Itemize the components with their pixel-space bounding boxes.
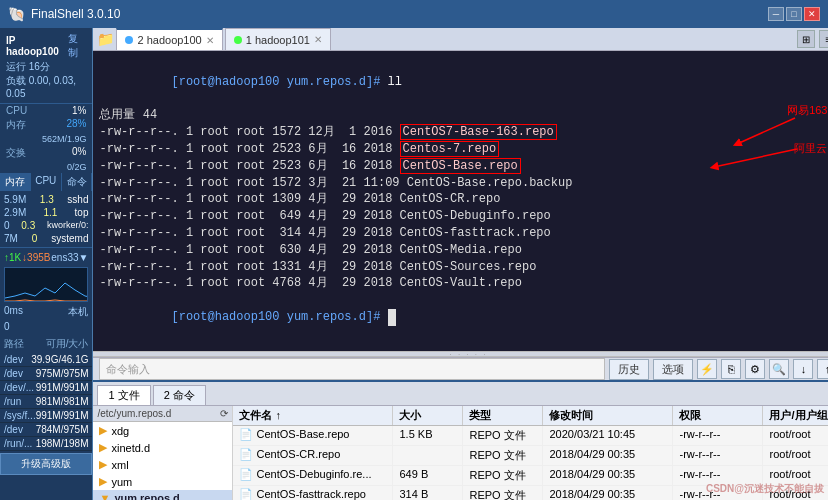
terminal-line-5: -rw-r--r--. 1 root root 1309 4月 29 2018 … xyxy=(99,191,828,208)
sidebar-ip: IP hadoop100 xyxy=(6,35,68,57)
file-tab-files[interactable]: 1 文件 xyxy=(97,385,150,405)
sidebar-runtime: 运行 16分 xyxy=(6,60,86,74)
file-icon: 📄 xyxy=(239,428,253,440)
tree-item-label: xdg xyxy=(111,425,129,437)
file-row[interactable]: 📄 CentOS-fasttrack.repo 314 B REPO 文件 20… xyxy=(233,486,828,500)
file-panel-body: /etc/yum.repos.d ⟳ ▶ xdg ▶ xinetd.d ▶ xm… xyxy=(93,406,828,500)
disk-list: /dev 39.9G/46.1G /dev 975M/975M /dev/...… xyxy=(0,353,92,451)
file-name: 📄 CentOS-Base.repo xyxy=(233,426,393,445)
proc-name: top xyxy=(75,207,89,218)
tree-item-yum-repos[interactable]: ▼ yum.repos.d xyxy=(93,490,232,500)
file-owner: root/root xyxy=(763,466,828,485)
tree-item-label: yum.repos.d xyxy=(114,492,179,500)
sidebar-connection-info: IP hadoop100 复制 运行 16分 负载 0.00, 0.03, 0.… xyxy=(0,28,92,104)
tree-item-yum[interactable]: ▶ yum xyxy=(93,473,232,490)
file-tab-cmd-label: 2 命令 xyxy=(164,389,195,401)
copy-icon[interactable]: ⎘ xyxy=(721,359,741,379)
tab-label2: 1 hadoop101 xyxy=(246,34,310,46)
col-header-perm[interactable]: 权限 xyxy=(673,406,763,425)
maximize-button[interactable]: □ xyxy=(786,7,802,21)
col-header-name[interactable]: 文件名 ↑ xyxy=(233,406,393,425)
lightning-icon[interactable]: ⚡ xyxy=(697,359,717,379)
process-item: 2.9M 1.1 top xyxy=(0,206,92,219)
file-icon: 📄 xyxy=(239,468,253,480)
app-title: FinalShell 3.0.10 xyxy=(31,7,120,21)
file-highlight-base: CentOS-Base.repo xyxy=(400,158,521,174)
tab-close-button[interactable]: ✕ xyxy=(206,35,214,46)
file-owner: root/root xyxy=(763,426,828,445)
terminal-area[interactable]: [root@hadoop100 yum.repos.d]# ll 总用量 44 … xyxy=(93,51,828,351)
terminal-final-prompt: [root@hadoop100 yum.repos.d]# xyxy=(99,292,828,342)
mem-percent: 28% xyxy=(66,118,86,132)
file-date: 2018/04/29 00:35 xyxy=(543,486,673,500)
tab-close-button2[interactable]: ✕ xyxy=(314,34,322,45)
sidebar-copy-button[interactable]: 复制 xyxy=(68,32,87,60)
terminal-line-6: -rw-r--r--. 1 root root 649 4月 29 2018 C… xyxy=(99,208,828,225)
command-input-area[interactable]: 命令输入 xyxy=(99,358,605,380)
tab-hadoop101[interactable]: 1 hadoop101 ✕ xyxy=(225,28,331,50)
upload-icon[interactable]: ↑ xyxy=(817,359,828,379)
folder-open-icon: ▼ xyxy=(99,492,110,500)
file-icon: 📄 xyxy=(239,448,253,460)
proc-mem: 5.9M xyxy=(4,194,26,205)
upgrade-button[interactable]: 升级高级版 xyxy=(0,453,92,475)
file-icon: 📄 xyxy=(239,488,253,500)
file-row[interactable]: 📄 CentOS-Base.repo 1.5 KB REPO 文件 2020/0… xyxy=(233,426,828,446)
file-path-bar: /etc/yum.repos.d ⟳ xyxy=(93,406,232,422)
tab-dot2 xyxy=(234,36,242,44)
file-date: 2018/04/29 00:35 xyxy=(543,466,673,485)
cpu-label: CPU xyxy=(6,105,27,116)
history-button[interactable]: 历史 xyxy=(609,359,649,380)
sidebar-tabs[interactable]: 内存 CPU 命令 xyxy=(0,173,92,191)
terminal-line-4: -rw-r--r--. 1 root root 1572 3月 21 11:09… xyxy=(99,175,828,192)
file-type: REPO 文件 xyxy=(463,446,543,465)
options-button[interactable]: 选项 xyxy=(653,359,693,380)
sidebar-tab-cpu[interactable]: CPU xyxy=(31,173,62,191)
tree-item-xdg[interactable]: ▶ xdg xyxy=(93,422,232,439)
refresh-icon[interactable]: ⟳ xyxy=(220,408,228,419)
file-row[interactable]: 📄 CentOS-CR.repo REPO 文件 2018/04/29 00:3… xyxy=(233,446,828,466)
file-row[interactable]: 📄 CentOS-Debuginfo.re... 649 B REPO 文件 2… xyxy=(233,466,828,486)
file-tab-label: 1 文件 xyxy=(108,389,139,401)
sidebar-tab-mem[interactable]: 内存 xyxy=(0,173,31,191)
file-owner: root/root xyxy=(763,486,828,500)
folder-icon: ▶ xyxy=(99,475,107,488)
net-up: ↑1K xyxy=(4,252,21,263)
proc-cpu: 0.3 xyxy=(21,220,35,231)
tab-folder-icon: 📁 xyxy=(97,31,114,47)
titlebar-controls[interactable]: ─ □ ✕ xyxy=(768,7,820,21)
settings-icon[interactable]: ⚙ xyxy=(745,359,765,379)
file-perm: -rw-r--r-- xyxy=(673,486,763,500)
terminal-line-9: -rw-r--r--. 1 root root 1331 4月 29 2018 … xyxy=(99,259,828,276)
download-icon[interactable]: ↓ xyxy=(793,359,813,379)
terminal-line-7: -rw-r--r--. 1 root root 314 4月 29 2018 C… xyxy=(99,225,828,242)
terminal-line-10: -rw-r--r--. 1 root root 4768 4月 29 2018 … xyxy=(99,275,828,292)
col-header-type[interactable]: 类型 xyxy=(463,406,543,425)
minimize-button[interactable]: ─ xyxy=(768,7,784,21)
col-header-owner[interactable]: 用户/用户组 xyxy=(763,406,828,425)
net-iface: ens33▼ xyxy=(51,252,88,263)
disk-item: /run 981M/981M xyxy=(0,395,92,409)
terminal-line-8: -rw-r--r--. 1 root root 630 4月 29 2018 C… xyxy=(99,242,828,259)
col-header-date[interactable]: 修改时间 xyxy=(543,406,673,425)
proc-mem: 2.9M xyxy=(4,207,26,218)
file-size: 649 B xyxy=(393,466,463,485)
file-name: 📄 CentOS-Debuginfo.re... xyxy=(233,466,393,485)
sidebar-swap-metric: 交换 0% xyxy=(0,145,92,161)
file-tab-cmd[interactable]: 2 命令 xyxy=(153,385,206,405)
sidebar-tab-cmd[interactable]: 命令 xyxy=(62,173,93,191)
disk-item: /dev/... 991M/991M xyxy=(0,381,92,395)
process-item: 5.9M 1.3 sshd xyxy=(0,193,92,206)
col-header-size[interactable]: 大小 xyxy=(393,406,463,425)
tree-item-xinetd[interactable]: ▶ xinetd.d xyxy=(93,439,232,456)
tree-item-xml[interactable]: ▶ xml xyxy=(93,456,232,473)
grid-view-button[interactable]: ⊞ xyxy=(797,30,815,48)
disk-header-path: 路径 xyxy=(4,337,24,351)
close-button[interactable]: ✕ xyxy=(804,7,820,21)
list-view-button[interactable]: ≡ xyxy=(819,30,828,48)
search-icon[interactable]: 🔍 xyxy=(769,359,789,379)
proc-name: systemd xyxy=(51,233,88,244)
tab-hadoop100[interactable]: 2 hadoop100 ✕ xyxy=(116,28,222,50)
proc-cpu: 0 xyxy=(32,233,38,244)
proc-name: sshd xyxy=(67,194,88,205)
